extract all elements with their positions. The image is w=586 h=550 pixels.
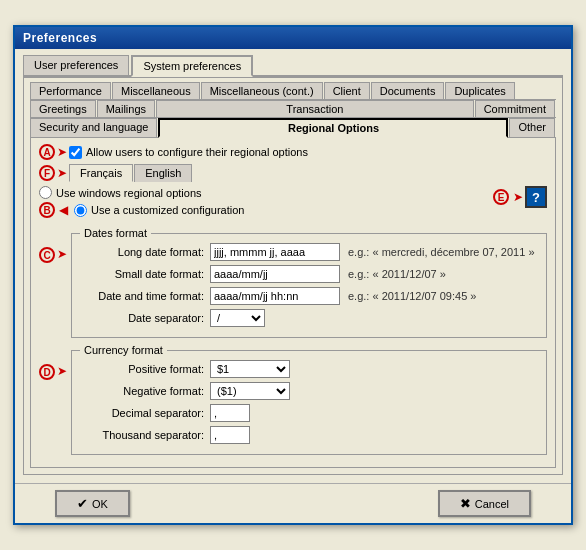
tab-duplicates[interactable]: Duplicates xyxy=(445,82,514,99)
long-date-row: Long date format: e.g.: « mercredi, déce… xyxy=(80,243,538,261)
marker-B: B xyxy=(39,202,55,218)
dialog-title: Preferences xyxy=(23,31,97,45)
small-date-label: Small date format: xyxy=(80,268,210,280)
date-separator-label: Date separator: xyxy=(80,312,210,324)
tab-greetings[interactable]: Greetings xyxy=(30,100,96,117)
negative-format-label: Negative format: xyxy=(80,385,210,397)
dialog-footer: ✔ OK ✖ Cancel xyxy=(15,483,571,523)
tab-miscellaneous-cont[interactable]: Miscellaneous (cont.) xyxy=(201,82,323,99)
decimal-sep-row: Decimal separator: xyxy=(80,404,538,422)
small-date-input[interactable] xyxy=(210,265,340,283)
tab-transaction[interactable]: Transaction xyxy=(156,100,474,117)
long-date-label: Long date format: xyxy=(80,246,210,258)
negative-format-select[interactable]: ($1) xyxy=(210,382,290,400)
allow-regional-label: Allow users to configure their regional … xyxy=(86,146,308,158)
dates-format-legend: Dates format xyxy=(80,227,151,239)
sub-tabs-row3: Security and language Regional Options O… xyxy=(30,118,556,138)
date-separator-select[interactable]: / - . xyxy=(210,309,265,327)
small-date-row: Small date format: e.g.: « 2011/12/07 » xyxy=(80,265,538,283)
long-date-input[interactable] xyxy=(210,243,340,261)
help-section: E ➤ ? xyxy=(493,186,547,208)
dates-format-fieldset: Dates format Long date format: e.g.: « m… xyxy=(71,227,547,338)
arrow-D: ➤ xyxy=(57,364,67,378)
inner-panel: Performance Miscellaneous Miscellaneous … xyxy=(23,77,563,475)
thousand-sep-row: Thousand separator: xyxy=(80,426,538,444)
marker-C: C xyxy=(39,247,55,263)
lang-tab-row: F ➤ Français English xyxy=(39,164,547,182)
small-date-example: e.g.: « 2011/12/07 » xyxy=(348,268,446,280)
radio-windows-input[interactable] xyxy=(39,186,52,199)
tab-regional-options[interactable]: Regional Options xyxy=(158,118,508,138)
dialog-titlebar: Preferences xyxy=(15,27,571,49)
cancel-button[interactable]: ✖ Cancel xyxy=(438,490,531,517)
tab-documents[interactable]: Documents xyxy=(371,82,445,99)
marker-A: A xyxy=(39,144,55,160)
help-button[interactable]: ? xyxy=(525,186,547,208)
lang-tabs: Français English xyxy=(69,164,193,182)
ok-icon: ✔ xyxy=(77,496,88,511)
positive-format-label: Positive format: xyxy=(80,363,210,375)
tab-mailings[interactable]: Mailings xyxy=(97,100,155,117)
date-separator-row: Date separator: / - . xyxy=(80,309,538,327)
tab-user-preferences[interactable]: User preferences xyxy=(23,55,129,75)
currency-format-fieldset: Currency format Positive format: $1 Nega… xyxy=(71,344,547,455)
marker-E: E xyxy=(493,189,509,205)
dialog-body: User preferences System preferences Perf… xyxy=(15,49,571,483)
currency-section-wrapper: D ➤ Currency format Positive format: $1 … xyxy=(39,344,547,461)
tab-client[interactable]: Client xyxy=(324,82,370,99)
radio-options: Use windows regional options B ◀ Use a c… xyxy=(39,186,244,221)
decimal-sep-input[interactable] xyxy=(210,404,250,422)
cancel-icon: ✖ xyxy=(460,496,471,511)
datetime-row: Date and time format: e.g.: « 2011/12/07… xyxy=(80,287,538,305)
currency-format-legend: Currency format xyxy=(80,344,167,356)
negative-format-row: Negative format: ($1) xyxy=(80,382,538,400)
datetime-label: Date and time format: xyxy=(80,290,210,302)
tab-other[interactable]: Other xyxy=(509,118,555,137)
positive-format-select[interactable]: $1 xyxy=(210,360,290,378)
ok-label: OK xyxy=(92,498,108,510)
sub-tabs-row1: Performance Miscellaneous Miscellaneous … xyxy=(30,82,556,100)
radio-windows: Use windows regional options xyxy=(39,186,244,199)
arrow-A: ➤ xyxy=(57,145,67,159)
tab-commitment[interactable]: Commitment xyxy=(475,100,555,117)
preferences-dialog: Preferences User preferences System pref… xyxy=(13,25,573,525)
decimal-sep-label: Decimal separator: xyxy=(80,407,210,419)
datetime-example: e.g.: « 2011/12/07 09:45 » xyxy=(348,290,476,302)
allow-regional-checkbox[interactable] xyxy=(69,146,82,159)
arrow-B: ◀ xyxy=(59,203,68,217)
marker-D: D xyxy=(39,364,55,380)
tab-performance[interactable]: Performance xyxy=(30,82,111,99)
radio-custom-label: Use a customized configuration xyxy=(91,204,244,216)
tab-miscellaneous[interactable]: Miscellaneous xyxy=(112,82,200,99)
cancel-label: Cancel xyxy=(475,498,509,510)
arrow-C: ➤ xyxy=(57,247,67,261)
content-area: A ➤ Allow users to configure their regio… xyxy=(30,138,556,468)
tab-security-language[interactable]: Security and language xyxy=(30,118,157,137)
ok-button[interactable]: ✔ OK xyxy=(55,490,130,517)
marker-F: F xyxy=(39,165,55,181)
tab-system-preferences[interactable]: System preferences xyxy=(131,55,253,77)
radio-custom: B ◀ Use a customized configuration xyxy=(39,202,244,218)
radio-custom-input[interactable] xyxy=(74,204,87,217)
allow-regional-row: A ➤ Allow users to configure their regio… xyxy=(39,144,547,160)
dates-section-wrapper: C ➤ Dates format Long date format: e.g.:… xyxy=(39,227,547,344)
main-tabs: User preferences System preferences xyxy=(23,55,563,77)
thousand-sep-input[interactable] xyxy=(210,426,250,444)
radio-section: Use windows regional options B ◀ Use a c… xyxy=(39,186,547,221)
datetime-input[interactable] xyxy=(210,287,340,305)
long-date-example: e.g.: « mercredi, décembre 07, 2011 » xyxy=(348,246,535,258)
tab-francais[interactable]: Français xyxy=(69,164,133,182)
thousand-sep-label: Thousand separator: xyxy=(80,429,210,441)
tab-english[interactable]: English xyxy=(134,164,192,182)
marker-D-area: D ➤ xyxy=(39,344,69,461)
marker-C-area: C ➤ xyxy=(39,227,69,344)
radio-windows-label: Use windows regional options xyxy=(56,187,202,199)
arrow-F: ➤ xyxy=(57,166,67,180)
arrow-E: ➤ xyxy=(513,190,523,204)
sub-tabs-row2: Greetings Mailings Transaction Commitmen… xyxy=(30,100,556,118)
positive-format-row: Positive format: $1 xyxy=(80,360,538,378)
